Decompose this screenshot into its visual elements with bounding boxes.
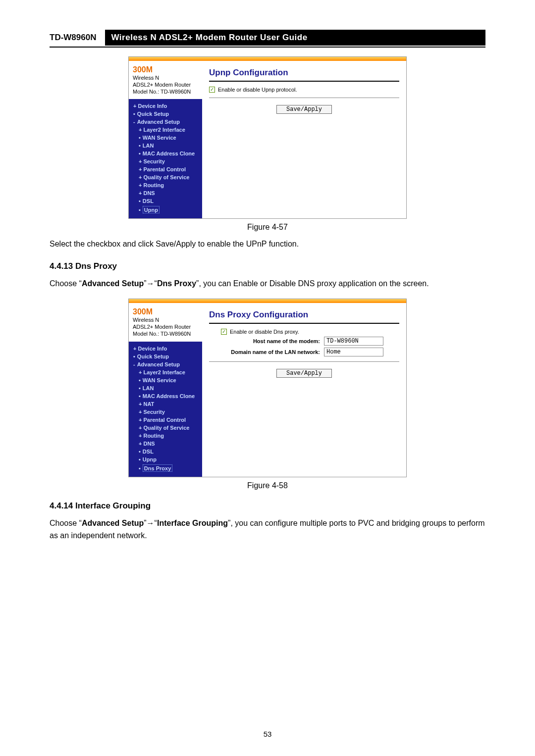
hr bbox=[209, 323, 399, 324]
nav-routing[interactable]: Routing bbox=[132, 181, 202, 189]
nav-quick-setup[interactable]: Quick Setup bbox=[132, 110, 202, 118]
nav-mac[interactable]: MAC Address Clone bbox=[132, 150, 202, 157]
nav-layer2[interactable]: Layer2 Interface bbox=[132, 126, 202, 134]
orange-strip bbox=[129, 299, 406, 303]
nav-wan[interactable]: WAN Service bbox=[132, 376, 202, 384]
nav-dnsproxy-selected: Dns Proxy bbox=[143, 464, 172, 472]
brand-line4: Model No.: TD-W8960N bbox=[133, 89, 198, 96]
nav-advanced-setup[interactable]: Advanced Setup bbox=[132, 118, 202, 126]
orange-strip bbox=[129, 57, 406, 61]
main-panel: Upnp Configuration ✓ Enable or disable U… bbox=[202, 61, 406, 218]
sidebar: 300M Wireless N ADSL2+ Modem Router Mode… bbox=[129, 61, 202, 218]
section-dns-proxy: 4.4.13 Dns Proxy bbox=[50, 261, 485, 271]
nav-nat[interactable]: NAT bbox=[132, 400, 202, 408]
nav-upnp[interactable]: Upnp bbox=[132, 455, 202, 463]
arrow-icon: → bbox=[147, 279, 155, 288]
nav-parental[interactable]: Parental Control bbox=[132, 416, 202, 424]
nav-device-info[interactable]: Device Info bbox=[132, 102, 202, 110]
brand-line3: ADSL2+ Modem Router bbox=[133, 324, 198, 331]
nav-dsl[interactable]: DSL bbox=[132, 448, 202, 455]
main-title: Upnp Configuration bbox=[209, 66, 399, 80]
nav-lan[interactable]: LAN bbox=[132, 384, 202, 392]
figure2-caption: Figure 4-58 bbox=[50, 481, 485, 490]
nav-routing[interactable]: Routing bbox=[132, 432, 202, 440]
upnp-checkbox[interactable]: ✓ bbox=[209, 87, 215, 93]
save-apply-button[interactable]: Save/Apply bbox=[276, 369, 332, 378]
nav-wan[interactable]: WAN Service bbox=[132, 134, 202, 142]
brand-line2: Wireless N bbox=[133, 75, 198, 82]
nav-parental[interactable]: Parental Control bbox=[132, 165, 202, 173]
main-panel: Dns Proxy Configuration ✓ Enable or disa… bbox=[202, 303, 406, 476]
nav-dnsproxy[interactable]: Dns Proxy bbox=[132, 463, 202, 473]
nav: Device Info Quick Setup Advanced Setup L… bbox=[129, 98, 202, 214]
doc-title: Wireless N ADSL2+ Modem Router User Guid… bbox=[105, 30, 485, 46]
upnp-checkbox-label: Enable or disable Upnp protocol. bbox=[218, 87, 297, 93]
doc-model: TD-W8960N bbox=[50, 30, 105, 46]
nav-security[interactable]: Security bbox=[132, 408, 202, 416]
hr2 bbox=[209, 361, 399, 362]
brand-block: 300M Wireless N ADSL2+ Modem Router Mode… bbox=[129, 61, 202, 98]
sidebar: 300M Wireless N ADSL2+ Modem Router Mode… bbox=[129, 303, 202, 476]
para-dns-proxy: Choose “Advanced Setup”→“Dns Proxy”, you… bbox=[50, 277, 485, 290]
doc-header: TD-W8960N Wireless N ADSL2+ Modem Router… bbox=[50, 30, 485, 48]
nav-advanced-setup[interactable]: Advanced Setup bbox=[132, 360, 202, 368]
para-interface-grouping: Choose “Advanced Setup”→“Interface Group… bbox=[50, 517, 485, 542]
figure1-caption: Figure 4-57 bbox=[50, 223, 485, 232]
dnsproxy-checkbox-label: Enable or disable Dns proxy. bbox=[230, 329, 299, 335]
nav-device-info[interactable]: Device Info bbox=[132, 345, 202, 353]
nav-mac[interactable]: MAC Address Clone bbox=[132, 392, 202, 400]
nav-dns[interactable]: DNS bbox=[132, 189, 202, 197]
brand-line4: Model No.: TD-W8960N bbox=[133, 331, 198, 338]
nav-qos[interactable]: Quality of Service bbox=[132, 424, 202, 432]
domain-name-label: Domain name of the LAN network: bbox=[221, 349, 320, 355]
hr bbox=[209, 81, 399, 82]
brand-line3: ADSL2+ Modem Router bbox=[133, 82, 198, 89]
brand-300m: 300M bbox=[133, 307, 198, 317]
arrow-icon: → bbox=[147, 519, 155, 527]
figure-dnsproxy-screenshot: 300M Wireless N ADSL2+ Modem Router Mode… bbox=[128, 299, 407, 477]
nav-lan[interactable]: LAN bbox=[132, 142, 202, 150]
nav: Device Info Quick Setup Advanced Setup L… bbox=[129, 341, 202, 473]
nav-qos[interactable]: Quality of Service bbox=[132, 173, 202, 181]
save-apply-button[interactable]: Save/Apply bbox=[276, 105, 332, 114]
nav-upnp-selected: Upnp bbox=[143, 206, 160, 213]
brand-block: 300M Wireless N ADSL2+ Modem Router Mode… bbox=[129, 303, 202, 340]
para-upnp-instr: Select the checkbox and click Save/Apply… bbox=[50, 238, 485, 251]
section-interface-grouping: 4.4.14 Interface Grouping bbox=[50, 501, 485, 511]
nav-quick-setup[interactable]: Quick Setup bbox=[132, 353, 202, 360]
host-name-label: Host name of the modem: bbox=[221, 338, 320, 344]
dnsproxy-checkbox[interactable]: ✓ bbox=[221, 329, 227, 335]
nav-upnp[interactable]: Upnp bbox=[132, 205, 202, 214]
nav-security[interactable]: Security bbox=[132, 157, 202, 165]
figure-upnp-screenshot: 300M Wireless N ADSL2+ Modem Router Mode… bbox=[128, 56, 407, 219]
brand-300m: 300M bbox=[133, 65, 198, 75]
page-number: 53 bbox=[0, 730, 535, 738]
hr2 bbox=[209, 98, 399, 98]
host-name-input[interactable]: TD-W8960N bbox=[324, 337, 383, 346]
brand-line2: Wireless N bbox=[133, 317, 198, 324]
nav-dsl[interactable]: DSL bbox=[132, 197, 202, 205]
domain-name-input[interactable]: Home bbox=[324, 348, 383, 356]
nav-dns[interactable]: DNS bbox=[132, 440, 202, 448]
nav-layer2[interactable]: Layer2 Interface bbox=[132, 368, 202, 376]
main-title: Dns Proxy Configuration bbox=[209, 308, 399, 322]
